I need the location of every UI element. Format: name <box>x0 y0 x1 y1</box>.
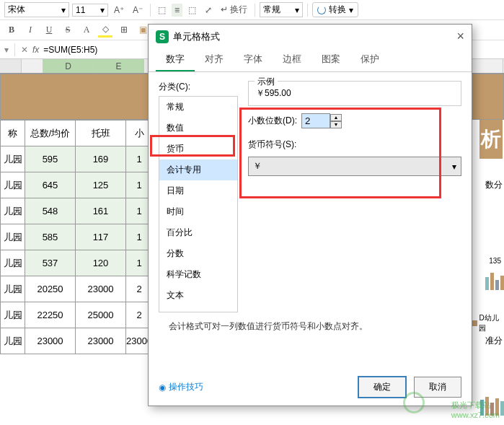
cell[interactable]: 儿园 <box>1 172 25 198</box>
cell[interactable]: 儿园 <box>1 146 25 172</box>
table-row: 儿园20250230002 <box>1 276 153 302</box>
font-name-select[interactable]: 宋体 ▾ <box>4 2 69 17</box>
cell[interactable]: 22250 <box>25 302 76 328</box>
cell[interactable]: 645 <box>25 172 76 198</box>
header-cell[interactable]: 托班 <box>76 121 126 146</box>
tab-protection[interactable]: 保护 <box>350 48 389 71</box>
fill-color-button[interactable]: ◇ <box>98 23 112 38</box>
cell[interactable]: 120 <box>76 250 126 276</box>
cell[interactable]: 儿园 <box>1 276 25 302</box>
ok-button[interactable]: 确定 <box>358 376 407 398</box>
bold-button[interactable]: B <box>4 23 19 38</box>
number-format-select[interactable]: 常规 ▾ <box>260 2 303 17</box>
header-cell[interactable]: 总数/均价 <box>25 121 76 146</box>
orientation-icon[interactable]: ⤢ <box>202 4 215 17</box>
fx-icon[interactable]: fx <box>32 45 39 55</box>
decimal-places-row: 小数位数(D): ▲ ▼ <box>248 113 461 128</box>
spinner-down-icon[interactable]: ▼ <box>330 121 342 128</box>
cell[interactable]: 585 <box>25 224 76 250</box>
align-bottom-icon[interactable]: ⬚ <box>185 4 199 17</box>
sample-box: 示例 ￥595.00 <box>248 81 461 106</box>
decimal-places-input[interactable] <box>301 113 330 128</box>
data-table: 称 总数/均价 托班 小 儿园5951691 儿园6451251 儿园54816… <box>0 120 153 354</box>
italic-button[interactable]: I <box>23 23 37 38</box>
close-icon[interactable]: × <box>456 29 464 44</box>
tab-number[interactable]: 数字 <box>156 48 195 71</box>
axis-tick: 135 <box>489 257 501 265</box>
title-fragment: 析 <box>479 120 503 159</box>
category-list[interactable]: 常规 数值 货币 会计专用 日期 时间 百分比 分数 科学记数 文本 特殊 自定… <box>159 96 238 312</box>
tab-pattern[interactable]: 图案 <box>311 48 350 71</box>
sample-value: ￥595.00 <box>256 87 454 100</box>
cell[interactable]: 儿园 <box>1 198 25 224</box>
cell[interactable]: 20250 <box>25 276 76 302</box>
dialog-tabs: 数字 对齐 字体 边框 图案 保护 <box>149 48 472 72</box>
chevron-down-icon: ▾ <box>100 5 105 15</box>
cell[interactable]: 23000 <box>76 328 126 354</box>
cell[interactable]: 23000 <box>76 276 126 302</box>
tab-border[interactable]: 边框 <box>273 48 311 71</box>
format-description: 会计格式可对一列数值进行货币符号和小数点对齐。 <box>159 320 378 333</box>
decimal-places-label: 小数位数(D): <box>248 115 297 127</box>
cell[interactable]: 25000 <box>76 302 126 328</box>
currency-symbol-label: 货币符号(S): <box>248 139 461 151</box>
cell[interactable]: 169 <box>76 146 126 172</box>
category-item-special[interactable]: 特殊 <box>159 306 237 312</box>
underline-button[interactable]: U <box>42 23 56 38</box>
category-item-accounting[interactable]: 会计专用 <box>159 159 237 180</box>
tab-alignment[interactable]: 对齐 <box>195 48 234 71</box>
cancel-formula-icon[interactable]: ✕ <box>21 45 28 55</box>
cell[interactable]: 儿园 <box>1 224 25 250</box>
cell[interactable]: 595 <box>25 146 76 172</box>
category-item-text[interactable]: 文本 <box>159 285 237 306</box>
select-all-corner[interactable] <box>0 59 22 73</box>
cell[interactable]: 537 <box>25 250 76 276</box>
category-item-currency[interactable]: 货币 <box>159 139 237 159</box>
category-item-general[interactable]: 常规 <box>159 97 237 118</box>
wrap-text-button[interactable]: ↵ 换行 <box>218 2 250 17</box>
table-row: 儿园5371201 <box>1 250 153 276</box>
name-box-dropdown-icon[interactable]: ▾ <box>4 45 9 55</box>
cell[interactable]: 23000 <box>25 328 76 354</box>
category-panel: 分类(C): 常规 数值 货币 会计专用 日期 时间 百分比 分数 科学记数 文… <box>159 81 238 360</box>
currency-symbol-select[interactable]: ￥ ▾ <box>248 157 461 176</box>
col-header-E[interactable]: E <box>94 59 144 73</box>
cell[interactable]: 儿园 <box>1 302 25 328</box>
tab-font[interactable]: 字体 <box>234 48 273 71</box>
strikethrough-button[interactable]: S <box>61 23 75 38</box>
cell[interactable]: 117 <box>76 224 126 250</box>
increase-font-icon[interactable]: A⁺ <box>111 4 127 17</box>
tips-link[interactable]: ◉ 操作技巧 <box>159 381 203 393</box>
separator <box>14 43 15 56</box>
col-header-D[interactable]: D <box>43 59 94 73</box>
header-cell[interactable]: 称 <box>1 121 25 146</box>
font-color-button[interactable]: A <box>79 23 94 38</box>
cell[interactable]: 儿园 <box>1 250 25 276</box>
decrease-font-icon[interactable]: A⁻ <box>130 4 146 17</box>
category-item-number[interactable]: 数值 <box>159 118 237 139</box>
right-edge-fragments: 析 数分 135 D幼儿园 准分 <box>472 40 504 416</box>
category-item-date[interactable]: 日期 <box>159 180 237 201</box>
dialog-titlebar[interactable]: S 单元格格式 × <box>149 25 472 48</box>
separator <box>307 4 308 17</box>
spinner-up-icon[interactable]: ▲ <box>330 114 342 121</box>
border-button[interactable]: ⊞ <box>117 23 131 38</box>
font-size-select[interactable]: 11 ▾ <box>72 4 108 17</box>
lightbulb-icon: ◉ <box>159 382 166 393</box>
cell[interactable]: 161 <box>76 198 126 224</box>
category-item-percentage[interactable]: 百分比 <box>159 222 237 243</box>
cell[interactable]: 125 <box>76 172 126 198</box>
category-item-fraction[interactable]: 分数 <box>159 243 237 264</box>
col-header-partial[interactable] <box>22 59 43 73</box>
category-item-scientific[interactable]: 科学记数 <box>159 264 237 285</box>
sample-label: 示例 <box>255 76 278 88</box>
cell[interactable]: 548 <box>25 198 76 224</box>
convert-button[interactable]: 转换 ▾ <box>312 2 358 17</box>
label-fragment: 准分 <box>485 335 503 347</box>
align-top-icon[interactable]: ⬚ <box>155 4 169 17</box>
cell[interactable]: 儿园 <box>1 328 25 354</box>
decimal-places-spinner[interactable]: ▲ ▼ <box>301 113 342 128</box>
align-middle-icon[interactable]: ≡ <box>172 4 182 17</box>
table-row: 儿园5951691 <box>1 146 153 172</box>
category-item-time[interactable]: 时间 <box>159 201 237 222</box>
